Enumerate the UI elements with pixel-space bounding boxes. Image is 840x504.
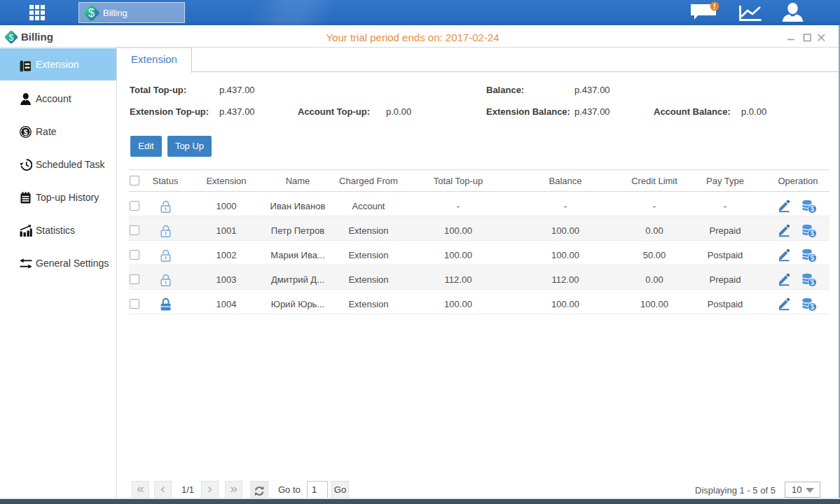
svg-text:$: $ — [811, 254, 815, 262]
svg-text:$: $ — [88, 6, 95, 20]
svg-text:!: ! — [713, 2, 716, 10]
svg-text:$: $ — [811, 303, 815, 311]
svg-text:$: $ — [811, 279, 815, 286]
svg-text:$: $ — [23, 128, 27, 136]
svg-text:$: $ — [811, 230, 815, 237]
svg-text:$: $ — [8, 33, 13, 43]
svg-text:$: $ — [811, 205, 815, 213]
